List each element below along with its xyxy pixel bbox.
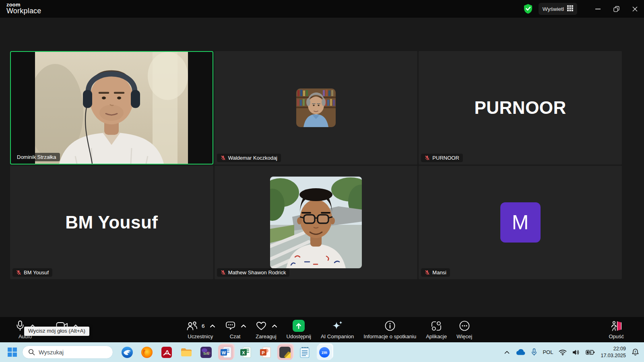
mute-tooltip: Wycisz mój głos (Alt+A) (24, 327, 89, 336)
taskbar-acrobat-icon[interactable] (159, 345, 174, 360)
toolbar-right-group: Opuść (604, 320, 629, 339)
participant-tile-dominik[interactable]: Dominik Strzałka (10, 51, 213, 165)
zoom-workplace-logo: zoom Workplace (6, 2, 41, 15)
participant-tile-mansi[interactable]: M Mansi (419, 166, 622, 279)
chat-icon (225, 321, 236, 331)
tray-overflow-chevron-icon[interactable] (504, 351, 510, 354)
share-button-label: Udostępnij (287, 333, 311, 339)
taskbar-thunderbird-icon[interactable] (120, 345, 135, 360)
participant-name: Mathew Shawon Rodrick (228, 269, 286, 276)
view-button[interactable]: Wyświetl (539, 3, 577, 15)
muted-mic-icon (425, 270, 430, 275)
chat-button-label: Czat (230, 333, 241, 339)
language-indicator[interactable]: POL (543, 349, 553, 355)
volume-icon[interactable] (572, 349, 580, 356)
participants-icon (186, 321, 198, 331)
taskbar-notepad-icon[interactable] (297, 345, 312, 360)
more-button-label: Więcej (456, 333, 472, 339)
react-button[interactable]: Zareaguj (251, 320, 282, 339)
participant-video (35, 52, 188, 164)
participant-name-pill: Mathew Shawon Rodrick (217, 268, 290, 277)
svg-text:z: z (635, 350, 636, 353)
titlebar: zoom Workplace Wyświetl (0, 0, 644, 18)
share-screen-button[interactable]: Udostępnij (282, 320, 316, 339)
taskbar-file-explorer-icon[interactable] (179, 345, 194, 360)
participant-name: PURNOOR (432, 155, 459, 161)
participant-tile-bm-yousuf[interactable]: BM Yousuf BM Yousuf (10, 166, 213, 279)
share-screen-icon (293, 320, 305, 332)
meeting-toolbar: Audio 6 Uczestnicy (0, 317, 644, 342)
participant-display-name: PURNOOR (474, 98, 566, 118)
participant-name-pill: PURNOOR (421, 154, 462, 162)
taskbar-firefox-icon[interactable] (139, 345, 155, 360)
windows-logo-icon (7, 347, 17, 357)
chat-options-caret-icon[interactable] (241, 325, 246, 327)
taskbar-clock[interactable]: 22:09 17.03.2025 (601, 346, 626, 359)
muted-mic-icon (221, 270, 226, 275)
wifi-icon[interactable] (559, 349, 567, 356)
participants-button-label: Uczestnicy (188, 333, 213, 339)
muted-mic-icon (16, 270, 21, 275)
participant-name: Dominik Strzałka (17, 154, 56, 160)
taskbar-texstudio-icon[interactable]: TeX (198, 345, 214, 360)
participant-video (296, 88, 336, 127)
react-options-caret-icon[interactable] (272, 325, 277, 327)
restore-button[interactable] (607, 0, 625, 18)
start-button[interactable] (7, 347, 17, 357)
react-button-label: Zareaguj (256, 333, 276, 339)
more-button[interactable]: Więcej (452, 320, 477, 339)
taskbar-notes-app-icon[interactable] (277, 345, 293, 360)
svg-text:zm: zm (322, 350, 327, 355)
muted-mic-icon (425, 155, 430, 160)
security-shield-icon[interactable] (523, 4, 533, 14)
grid-view-icon (567, 5, 573, 12)
apps-button[interactable]: Aplikacje (421, 320, 452, 339)
microphone-icon (15, 320, 25, 331)
taskbar-powerpoint-icon[interactable]: P (258, 345, 273, 360)
taskbar-word-icon[interactable]: W (218, 345, 233, 360)
close-icon (632, 6, 638, 12)
notifications-dnd-bell-icon[interactable]: z (632, 348, 639, 356)
ai-companion-button[interactable]: AI Companion (316, 320, 359, 339)
system-tray: POL 22:09 17.03.2025 z (504, 346, 644, 359)
leave-button-label: Opuść (609, 333, 624, 339)
minimize-button[interactable] (588, 0, 607, 18)
participant-tile-waldemar[interactable]: Waldemar Koczkodaj (215, 51, 418, 165)
ai-sparkle-icon (331, 320, 343, 331)
taskbar-pinned-apps: TeX W X P zm (120, 345, 332, 360)
taskbar-search[interactable] (22, 346, 113, 359)
toolbar-center-group: 6 Uczestnicy Czat Zareaguj (181, 320, 477, 339)
battery-icon[interactable] (586, 350, 595, 355)
chat-button[interactable]: Czat (220, 320, 251, 339)
meeting-info-button[interactable]: Informacje o spotkaniu (359, 320, 421, 339)
participants-button[interactable]: 6 Uczestnicy (181, 320, 220, 339)
microphone-in-use-icon[interactable] (531, 348, 537, 356)
restore-icon (613, 6, 619, 12)
apps-button-label: Aplikacje (426, 333, 447, 339)
participants-options-caret-icon[interactable] (210, 325, 215, 327)
svg-text:P: P (262, 350, 264, 355)
search-input[interactable] (39, 349, 103, 356)
participant-tile-purnoor[interactable]: PURNOOR PURNOOR (419, 51, 622, 165)
muted-mic-icon (221, 155, 226, 160)
participant-tile-mathew[interactable]: Mathew Shawon Rodrick (215, 166, 418, 279)
participant-gallery: Dominik Strzałka (10, 51, 622, 279)
participant-name-pill: Waldemar Koczkodaj (217, 154, 281, 162)
info-icon (384, 320, 396, 331)
participant-display-name: BM Yousuf (65, 212, 158, 232)
onedrive-icon[interactable] (515, 349, 526, 356)
svg-text:TeX: TeX (203, 352, 209, 356)
apps-icon (431, 321, 442, 331)
avatar-letter: M (512, 211, 529, 234)
leave-meeting-button[interactable]: Opuść (604, 320, 629, 339)
clock-date: 17.03.2025 (601, 352, 626, 359)
taskbar-zoom-icon[interactable]: zm (317, 345, 332, 360)
close-button[interactable] (625, 0, 644, 18)
logo-workplace-text: Workplace (6, 7, 41, 15)
clock-time: 22:09 (601, 346, 626, 352)
participant-name-pill: Mansi (421, 268, 450, 277)
taskbar-excel-icon[interactable]: X (238, 345, 253, 360)
participants-count-badge: 6 (202, 323, 205, 329)
minimize-icon (595, 8, 601, 10)
view-button-label: Wyświetl (543, 6, 564, 12)
